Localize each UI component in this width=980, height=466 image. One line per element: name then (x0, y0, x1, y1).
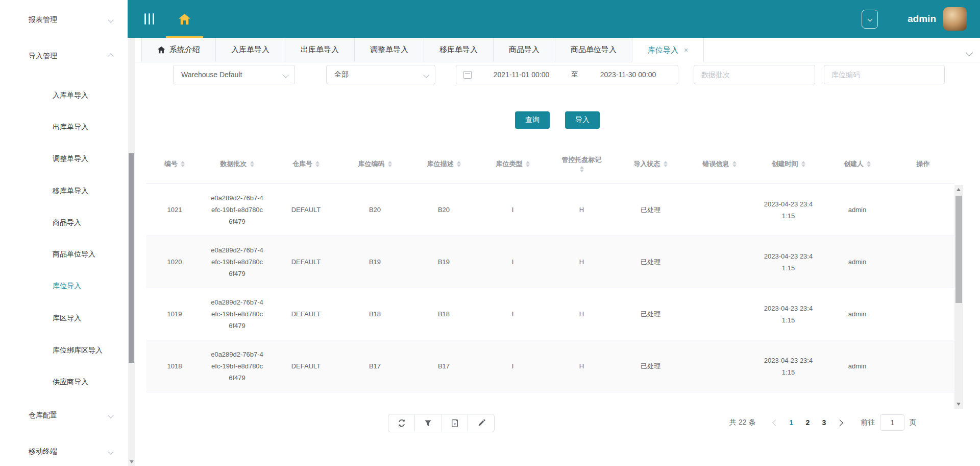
column-header-id[interactable]: 编号 (146, 159, 203, 169)
sidebar-item-report-mgmt[interactable]: 报表管理 (0, 11, 128, 28)
tab-system-intro[interactable]: 系统介绍 (141, 38, 216, 62)
sort-caret-icon[interactable] (250, 161, 254, 167)
tab-move-import[interactable]: 移库单导入 (424, 38, 494, 62)
sidebar-item-area-import[interactable]: 库区导入 (0, 310, 128, 326)
column-header-created[interactable]: 创建时间 (754, 159, 823, 169)
tab-adjust-import[interactable]: 调整单导入 (355, 38, 424, 62)
column-header-desc[interactable]: 库位描述 (409, 159, 478, 169)
excel-file-icon: x (451, 419, 459, 428)
user-avatar[interactable] (943, 7, 967, 31)
location-code-input-wrap (824, 65, 945, 84)
sort-caret-icon[interactable] (801, 161, 805, 167)
tab-location-import[interactable]: 库位导入 × (632, 38, 704, 62)
search-button[interactable]: 查询 (515, 111, 550, 129)
sidebar-item-outbound-import[interactable]: 出库单导入 (0, 119, 128, 135)
table-toolbar: x (388, 414, 495, 432)
sort-caret-icon[interactable] (580, 166, 584, 172)
table-row: 1020 e0a289d2-76b7-4efc-19bf-e8d780c6f47… (146, 236, 954, 288)
sort-caret-icon[interactable] (388, 161, 392, 167)
tab-inbound-import[interactable]: 入库单导入 (216, 38, 285, 62)
date-start: 2021-11-01 00:00 (472, 71, 571, 79)
warehouse-select[interactable]: Warehouse Default (173, 65, 295, 84)
sort-caret-icon[interactable] (457, 161, 461, 167)
column-header-warehouse[interactable]: 仓库号 (272, 159, 340, 169)
tab-goods-import[interactable]: 商品导入 (494, 38, 555, 62)
sidebar-scrollbar[interactable] (128, 38, 135, 466)
export-excel-button[interactable]: x (442, 414, 468, 432)
batch-input[interactable] (694, 65, 815, 84)
edit-button[interactable] (468, 414, 494, 432)
total-count-label: 共 22 条 (729, 418, 755, 427)
sidebar-item-goods-unit-import[interactable]: 商品单位导入 (0, 246, 128, 262)
prev-page-button[interactable] (768, 421, 783, 425)
column-header-error[interactable]: 错误信息 (685, 159, 754, 169)
scope-select[interactable]: 全部 (326, 65, 435, 84)
column-header-type[interactable]: 库位类型 (478, 159, 547, 169)
home-icon (157, 46, 165, 54)
menu-collapse-icon[interactable] (144, 13, 154, 25)
scroll-down-arrow-icon[interactable] (957, 403, 961, 406)
import-button[interactable]: 导入 (565, 111, 600, 129)
location-code-input[interactable] (824, 65, 944, 84)
sidebar-item-import-mgmt[interactable]: 导入管理 (0, 48, 128, 64)
sidebar-item-supplier-import[interactable]: 供应商导入 (0, 374, 128, 390)
sidebar-scrollbar-thumb[interactable] (129, 153, 134, 363)
tab-outbound-import[interactable]: 出库单导入 (285, 38, 355, 62)
close-icon[interactable]: × (684, 46, 688, 54)
tab-list-dropdown-icon[interactable] (967, 48, 972, 57)
filter-icon (424, 420, 432, 427)
sidebar-item-adjust-import[interactable]: 调整单导入 (0, 150, 128, 167)
sidebar-item-label: 仓库配置 (29, 407, 57, 423)
pencil-icon (477, 419, 485, 427)
sort-caret-icon[interactable] (732, 161, 737, 167)
table-row: 1018 e0a289d2-76b7-4efc-19bf-e8d780c6f47… (146, 340, 954, 392)
home-nav-button[interactable] (166, 0, 203, 38)
svg-text:x: x (454, 422, 456, 426)
table-scrollbar[interactable] (954, 185, 963, 409)
refresh-button[interactable] (388, 414, 415, 432)
sidebar-item-goods-import[interactable]: 商品导入 (0, 214, 128, 230)
sort-caret-icon[interactable] (664, 161, 668, 167)
scroll-up-arrow-icon[interactable] (957, 188, 961, 191)
active-tab-indicator (166, 36, 203, 38)
column-header-batch[interactable]: 数据批次 (203, 159, 272, 169)
column-header-creator[interactable]: 创建人 (823, 159, 892, 169)
table-row: 1019 e0a289d2-76b7-4efc-19bf-e8d780c6f47… (146, 288, 954, 340)
page-unit-label: 页 (909, 418, 916, 427)
sidebar-item-label: 导入管理 (29, 48, 57, 64)
chevron-down-icon (108, 412, 113, 418)
chevron-down-icon (867, 16, 872, 21)
page-button-2[interactable]: 2 (799, 418, 816, 427)
main-content: Warehouse Default 全部 2021-11-01 00:00 至 … (135, 62, 980, 466)
sidebar-item-mobile-terminal[interactable]: 移动终端 (0, 443, 128, 459)
sidebar-item-label: 报表管理 (29, 11, 57, 28)
sort-caret-icon[interactable] (181, 161, 185, 167)
next-page-button[interactable] (832, 421, 847, 425)
sort-caret-icon[interactable] (867, 161, 871, 167)
table-row-partial: e0a289d2-76b7 (146, 392, 954, 412)
tab-bar: 系统介绍 入库单导入 出库单导入 调整单导入 移库单导入 商品导入 商品单位导入… (135, 38, 980, 62)
sort-caret-icon[interactable] (526, 161, 530, 167)
goto-page-input[interactable] (880, 414, 904, 431)
column-header-code[interactable]: 库位编码 (340, 159, 409, 169)
table-header: 编号 数据批次 仓库号 库位编码 库位描述 库位类型 管控托盘标记 导入状态 错… (146, 144, 954, 184)
column-header-pallet-flag[interactable]: 管控托盘标记 (547, 155, 616, 172)
filter-button[interactable] (415, 414, 442, 432)
date-range-picker[interactable]: 2021-11-01 00:00 至 2023-11-30 00:00 (456, 65, 678, 84)
column-header-status[interactable]: 导入状态 (616, 159, 685, 169)
sidebar-item-location-import[interactable]: 库位导入 (0, 277, 128, 294)
sidebar-item-warehouse-config[interactable]: 仓库配置 (0, 407, 128, 423)
page-button-1[interactable]: 1 (783, 418, 799, 427)
tab-goods-unit-import[interactable]: 商品单位导入 (555, 38, 632, 62)
refresh-icon (398, 419, 406, 427)
sidebar-item-inbound-import[interactable]: 入库单导入 (0, 87, 128, 103)
sort-caret-icon[interactable] (315, 161, 320, 167)
sidebar-item-location-bind-area-import[interactable]: 库位绑库区导入 (0, 342, 128, 358)
chevron-down-icon (108, 449, 113, 454)
header-dropdown-button[interactable] (862, 10, 878, 29)
scroll-down-arrow-icon[interactable] (130, 460, 134, 463)
page-button-3[interactable]: 3 (816, 418, 832, 427)
table-scrollbar-thumb[interactable] (955, 196, 962, 303)
sidebar-item-move-import[interactable]: 移库单导入 (0, 182, 128, 199)
sidebar-item-label: 移动终端 (29, 443, 57, 459)
